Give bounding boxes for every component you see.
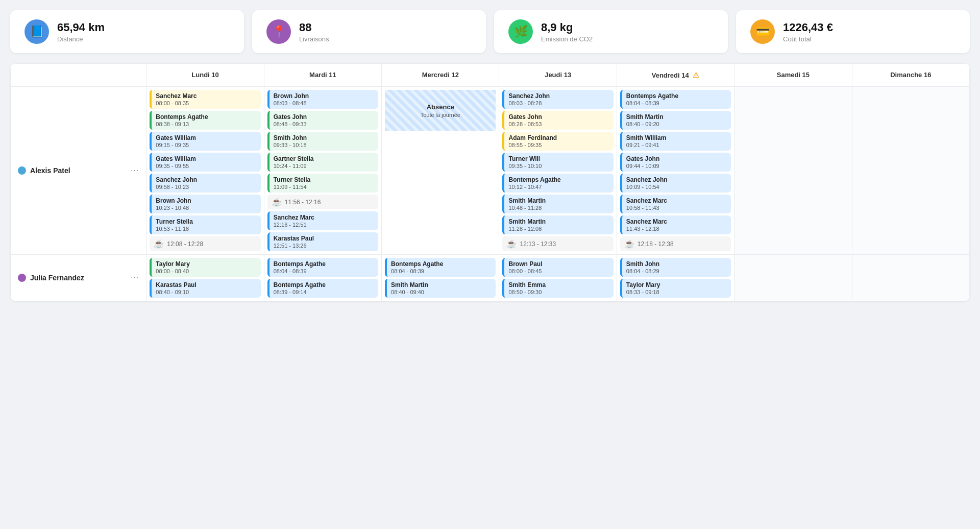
event-card-p0-d4-e3[interactable]: Gates John 09:44 - 10:09 [620,153,731,172]
event-card-p1-d0-e1[interactable]: Karastas Paul 08:40 - 09:10 [150,279,260,298]
header-day-lundi10: Lundi 10 [146,64,264,87]
event-card-p1-d3-e0[interactable]: Brown Paul 08:00 - 08:45 [502,258,613,277]
event-name: Karastas Paul [274,235,374,242]
person-cell-1: Julia Fernandez ··· [11,255,146,301]
event-time: 08:50 - 09:30 [508,289,609,295]
stat-icon-distance: 📘 [24,19,49,44]
break-card-p0-d1-e5[interactable]: ☕11:56 - 12:16 [267,195,378,209]
events-list-p0-d3: Sanchez John 08:03 - 08:28 Gates John 08… [502,90,613,251]
person-menu-1[interactable]: ··· [131,273,139,282]
event-card-p1-d1-e0[interactable]: Bontemps Agathe 08:04 - 08:39 [267,258,378,277]
coffee-icon: ☕ [624,239,634,249]
day-cell-p0-d5 [734,87,852,255]
day-cell-p1-d5 [734,255,852,301]
event-card-p0-d0-e5[interactable]: Brown John 10:23 - 10:48 [150,195,260,213]
stat-value-livraisons: 88 [299,21,329,34]
event-name: Sanchez Marc [274,214,374,221]
schedule-body: Alexis Patel ··· Sanchez Marc 08:00 - 08… [11,87,970,301]
event-name: Smith Martin [391,281,492,288]
day-cell-p0-d1: Brown John 08:03 - 08:48 Gates John 08:4… [264,87,381,255]
event-card-p0-d4-e6[interactable]: Sanchez Marc 11:43 - 12:18 [620,215,731,234]
events-list-p0-d4: Bontemps Agathe 08:04 - 08:39 Smith Mart… [620,90,731,251]
event-name: Gates John [508,113,609,121]
person-menu-0[interactable]: ··· [131,166,139,175]
event-time: 10:58 - 11:43 [626,205,727,211]
stat-value-distance: 65,94 km [57,21,105,34]
event-name: Bontemps Agathe [274,260,374,268]
event-name: Bontemps Agathe [391,260,492,268]
person-dot-1 [18,274,26,282]
event-card-p0-d1-e1[interactable]: Gates John 08:48 - 09:33 [267,111,378,130]
event-time: 08:39 - 09:14 [274,289,374,295]
event-time: 08:40 - 09:10 [156,289,256,295]
header-day-mardi11: Mardi 11 [264,64,381,87]
event-card-p0-d1-e6[interactable]: Sanchez Marc 12:16 - 12:51 [267,211,378,230]
event-card-p1-d2-e0[interactable]: Bontemps Agathe 08:04 - 08:39 [385,258,496,277]
event-card-p1-d0-e0[interactable]: Taylor Mary 08:00 - 08:40 [150,258,260,277]
event-card-p0-d3-e4[interactable]: Bontemps Agathe 10:12 - 10:47 [502,174,613,193]
stat-card-livraisons: 📍 88 Livraisons [252,10,486,53]
event-time: 10:12 - 10:47 [508,184,609,190]
absence-sub: Toute la journée [421,112,460,118]
events-list-p0-d0: Sanchez Marc 08:00 - 08:35 Bontemps Agat… [150,90,260,251]
coffee-icon: ☕ [506,239,517,249]
header-row: Lundi 10Mardi 11Mercredi 12Jeudi 13Vendr… [11,64,970,87]
event-card-p0-d1-e7[interactable]: Karastas Paul 12:51 - 13:26 [267,232,378,251]
event-card-p0-d3-e5[interactable]: Smith Martin 10:48 - 11:28 [502,195,613,213]
event-card-p0-d0-e4[interactable]: Sanchez John 09:58 - 10:23 [150,174,260,193]
event-card-p0-d1-e0[interactable]: Brown John 08:03 - 08:48 [267,90,378,109]
stat-label-livraisons: Livraisons [299,35,329,43]
event-time: 10:09 - 10:54 [626,184,727,190]
event-card-p0-d1-e3[interactable]: Gartner Stella 10:24 - 11:09 [267,153,378,172]
event-card-p0-d0-e2[interactable]: Gates William 09:15 - 09:35 [150,132,260,151]
coffee-icon: ☕ [154,239,164,249]
event-card-p0-d3-e6[interactable]: Smith Martin 11:28 - 12:08 [502,215,613,234]
day-cell-p0-d6 [852,87,969,255]
day-cell-p0-d0: Sanchez Marc 08:00 - 08:35 Bontemps Agat… [146,87,264,255]
person-info-1: Julia Fernandez ··· [11,267,146,288]
event-time: 08:00 - 08:35 [156,100,256,106]
stat-card-co2: 🌿 8,9 kg Emission de CO2 [494,10,728,53]
event-card-p0-d3-e3[interactable]: Turner Will 09:35 - 10:10 [502,153,613,172]
event-card-p0-d4-e2[interactable]: Smith William 09:21 - 09:41 [620,132,731,151]
event-card-p0-d0-e6[interactable]: Turner Stella 10:53 - 11:18 [150,215,260,234]
event-card-p0-d3-e2[interactable]: Adam Ferdinand 08:55 - 09:35 [502,132,613,151]
break-card-p0-d0-e7[interactable]: ☕12:08 - 12:28 [150,236,260,251]
event-name: Smith William [626,134,727,141]
event-card-p0-d4-e4[interactable]: Sanchez John 10:09 - 10:54 [620,174,731,193]
event-card-p1-d4-e0[interactable]: Smith John 08:04 - 08:29 [620,258,731,277]
event-time: 08:33 - 09:18 [626,289,727,295]
event-card-p0-d4-e5[interactable]: Sanchez Marc 10:58 - 11:43 [620,195,731,213]
event-card-p1-d3-e1[interactable]: Smith Emma 08:50 - 09:30 [502,279,613,298]
event-card-p0-d4-e0[interactable]: Bontemps Agathe 08:04 - 08:39 [620,90,731,109]
event-time: 08:55 - 09:35 [508,142,609,148]
event-name: Gates William [156,155,256,162]
event-name: Sanchez John [156,176,256,183]
event-time: 08:03 - 08:28 [508,100,609,106]
event-name: Bontemps Agathe [274,281,374,288]
event-card-p1-d1-e1[interactable]: Bontemps Agathe 08:39 - 09:14 [267,279,378,298]
event-time: 10:24 - 11:09 [274,163,374,169]
event-card-p0-d4-e1[interactable]: Smith Martin 08:40 - 09:20 [620,111,731,130]
event-card-p0-d1-e2[interactable]: Smith John 09:33 - 10:18 [267,132,378,151]
break-card-p0-d3-e7[interactable]: ☕12:13 - 12:33 [502,236,613,251]
event-card-p0-d0-e0[interactable]: Sanchez Marc 08:00 - 08:35 [150,90,260,109]
event-time: 11:28 - 12:08 [508,226,609,232]
event-card-p0-d3-e0[interactable]: Sanchez John 08:03 - 08:28 [502,90,613,109]
event-card-p0-d0-e3[interactable]: Gates William 09:35 - 09:55 [150,153,260,172]
event-card-p0-d1-e4[interactable]: Turner Stella 11:09 - 11:54 [267,174,378,193]
event-time: 08:28 - 08:53 [508,121,609,127]
break-card-p0-d4-e7[interactable]: ☕12:18 - 12:38 [620,236,731,251]
table-header: Lundi 10Mardi 11Mercredi 12Jeudi 13Vendr… [11,64,970,87]
event-name: Turner Will [508,155,609,162]
event-card-p1-d2-e1[interactable]: Smith Martin 08:40 - 09:40 [385,279,496,298]
event-card-p0-d3-e1[interactable]: Gates John 08:28 - 08:53 [502,111,613,130]
event-card-p0-d0-e1[interactable]: Bontemps Agathe 08:38 - 09:13 [150,111,260,130]
stat-icon-cout: 💳 [750,19,775,44]
day-cell-p0-d2: Absence Toute la journée [382,87,499,255]
event-card-p1-d4-e1[interactable]: Taylor Mary 08:33 - 09:18 [620,279,731,298]
header-day-mercredi12: Mercredi 12 [382,64,499,87]
break-time: 11:56 - 12:16 [285,199,321,206]
event-name: Bontemps Agathe [156,113,256,121]
event-name: Bontemps Agathe [626,92,727,100]
